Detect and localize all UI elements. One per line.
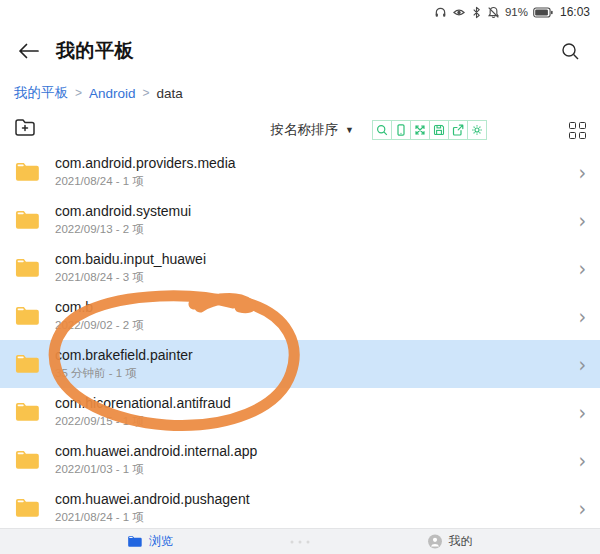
- bluetooth-icon: [471, 6, 482, 19]
- phone-capture-icon[interactable]: [391, 120, 411, 140]
- tab-browse-label: 浏览: [149, 533, 173, 550]
- list-item[interactable]: com.brakefield.painter 35 分钟前 - 1 项 ›: [0, 340, 600, 388]
- share-icon[interactable]: [448, 120, 468, 140]
- mute-icon: [487, 6, 500, 19]
- headset-icon: [434, 6, 447, 19]
- back-button[interactable]: [16, 38, 42, 64]
- list-item[interactable]: com.android.providers.media 2021/08/24 -…: [0, 148, 600, 196]
- folder-meta: 2022/09/13 - 2 项: [55, 222, 191, 237]
- breadcrumb-separator: >: [68, 86, 89, 100]
- chevron-right-icon: ›: [578, 401, 586, 423]
- magnifier-icon[interactable]: [372, 120, 392, 140]
- list-item[interactable]: com.android.systemui 2022/09/13 - 2 项 ›: [0, 196, 600, 244]
- search-icon: [561, 42, 580, 61]
- folder-meta: 2022/09/02 - 2 项: [55, 318, 144, 333]
- folder-name: com.android.systemui: [55, 203, 191, 219]
- folder-icon: [14, 305, 41, 327]
- browse-folder-icon: [127, 535, 143, 548]
- chevron-right-icon: ›: [578, 257, 586, 279]
- list-item[interactable]: com.huawei.android.internal.app 2022/01/…: [0, 436, 600, 484]
- battery-percent: 91%: [505, 6, 528, 18]
- status-bar: 91% 16:03: [0, 0, 600, 24]
- chevron-right-icon: ›: [578, 353, 586, 375]
- breadcrumb-root[interactable]: 我的平板: [14, 84, 68, 102]
- tab-mine[interactable]: 我的: [428, 529, 473, 554]
- grid-view-toggle[interactable]: [569, 122, 586, 139]
- eye-comfort-icon: [452, 6, 466, 19]
- settings-gear-icon[interactable]: [467, 120, 487, 140]
- chevron-right-icon: ›: [578, 305, 586, 327]
- sort-caret-icon: ▼: [345, 125, 354, 135]
- back-arrow-icon: [18, 43, 40, 59]
- tab-browse[interactable]: 浏览: [127, 529, 173, 554]
- breadcrumb-android[interactable]: Android: [89, 86, 136, 101]
- list-item[interactable]: com.baidu.input_huawei 2021/08/24 - 3 项 …: [0, 244, 600, 292]
- resize-arrows-icon[interactable]: [410, 120, 430, 140]
- chevron-right-icon: ›: [578, 209, 586, 231]
- list-toolbar: 按名称排序 ▼: [0, 114, 600, 146]
- new-folder-icon: [14, 118, 38, 138]
- list-item[interactable]: com.hicorenational.antifraud 2022/09/15 …: [0, 388, 600, 436]
- folder-icon: [14, 161, 41, 183]
- save-icon[interactable]: [429, 120, 449, 140]
- page-title: 我的平板: [56, 38, 134, 64]
- header: 我的平板: [0, 28, 600, 74]
- folder-name: com.baidu.input_huawei: [55, 251, 206, 267]
- chevron-right-icon: ›: [578, 449, 586, 471]
- folder-icon: [14, 353, 41, 375]
- folder-meta: 2021/08/24 - 3 项: [55, 270, 206, 285]
- chevron-right-icon: ›: [578, 497, 586, 519]
- folder-name: com.brakefield.painter: [55, 347, 193, 363]
- clock: 16:03: [560, 5, 590, 19]
- new-folder-button[interactable]: [14, 118, 38, 142]
- folder-meta: 2021/08/24 - 1 项: [55, 510, 250, 525]
- file-list: com.android.providers.media 2021/08/24 -…: [0, 148, 600, 528]
- battery-icon: [533, 7, 553, 18]
- folder-meta: 2022/09/15 - 1 项: [55, 414, 231, 429]
- folder-icon: [14, 257, 41, 279]
- bottom-tab-bar: 浏览 我的: [0, 528, 600, 554]
- folder-name: com.huawei.android.internal.app: [55, 443, 257, 459]
- folder-name: com.hicorenational.antifraud: [55, 395, 231, 411]
- folder-meta: 35 分钟前 - 1 项: [55, 366, 193, 381]
- search-button[interactable]: [556, 37, 584, 65]
- folder-icon: [14, 401, 41, 423]
- folder-icon: [14, 449, 41, 471]
- sort-label: 按名称排序: [271, 121, 339, 139]
- folder-meta: 2022/01/03 - 1 项: [55, 462, 257, 477]
- profile-icon: [428, 534, 443, 549]
- sort-dropdown[interactable]: 按名称排序 ▼: [271, 121, 354, 139]
- list-item[interactable]: com.huawei.android.pushagent 2021/08/24 …: [0, 484, 600, 528]
- folder-icon: [14, 497, 41, 519]
- folder-name: com.huawei.android.pushagent: [55, 491, 250, 507]
- breadcrumb-separator: >: [136, 86, 157, 100]
- file-manager-screen: 91% 16:03 我的平板 我的平板 > Android > data: [0, 0, 600, 554]
- folder-icon: [14, 209, 41, 231]
- grid-view-icon: [569, 122, 576, 129]
- breadcrumb: 我的平板 > Android > data: [0, 82, 600, 104]
- breadcrumb-data: data: [157, 86, 183, 101]
- tab-mine-label: 我的: [449, 533, 473, 550]
- folder-name: com.android.providers.media: [55, 155, 236, 171]
- list-item[interactable]: com.b 2022/09/02 - 2 项 ›: [0, 292, 600, 340]
- home-indicator-dots: [291, 540, 310, 543]
- chevron-right-icon: ›: [578, 161, 586, 183]
- folder-name: com.b: [55, 299, 144, 315]
- folder-meta: 2021/08/24 - 1 项: [55, 174, 236, 189]
- capture-toolbar: [372, 120, 487, 140]
